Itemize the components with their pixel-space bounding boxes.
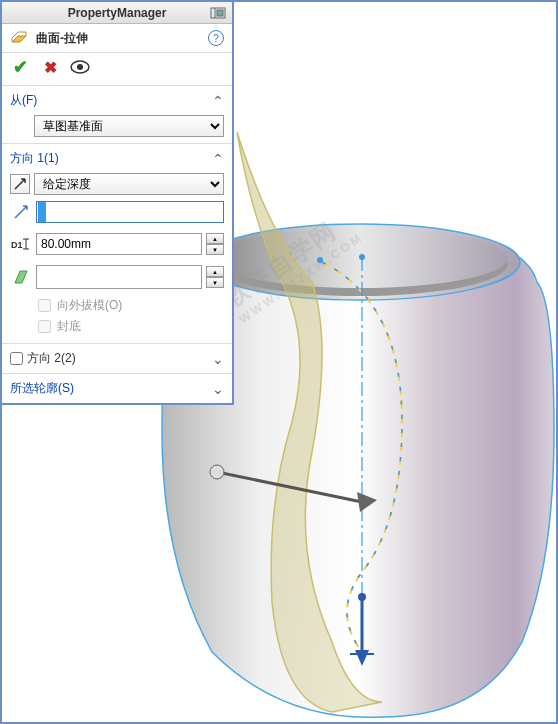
section-from-header[interactable]: 从(F) ⌃ — [10, 92, 224, 109]
cap-end-checkbox — [38, 320, 51, 333]
distance-spinner[interactable]: ▲ ▼ — [206, 233, 224, 255]
chevron-up-icon: ⌃ — [212, 151, 224, 167]
chevron-up-icon: ⌃ — [212, 93, 224, 109]
spinner-down-icon[interactable]: ▼ — [206, 277, 224, 288]
action-buttons: ✔ ✖ — [2, 53, 232, 86]
svg-point-11 — [358, 593, 366, 601]
section-direction1-title: 方向 1(1) — [10, 150, 59, 167]
cancel-button[interactable]: ✖ — [40, 57, 60, 77]
svg-point-4 — [317, 257, 323, 263]
draft-outward-checkbox — [38, 299, 51, 312]
section-from-title: 从(F) — [10, 92, 37, 109]
surface-extrude-icon — [10, 28, 30, 48]
draft-spinner[interactable]: ▲ ▼ — [206, 266, 224, 288]
section-direction1-header[interactable]: 方向 1(1) ⌃ — [10, 150, 224, 167]
draft-outward-checkbox-row: 向外拔模(O) — [10, 295, 224, 316]
pin-icon[interactable] — [210, 5, 226, 21]
direction-vector-icon — [10, 201, 32, 223]
spinner-up-icon[interactable]: ▲ — [206, 266, 224, 277]
feature-title: 曲面-拉伸 — [36, 30, 208, 47]
draft-icon — [10, 266, 32, 288]
section-direction1: 方向 1(1) ⌃ 给定深度 D1 — [2, 144, 232, 344]
end-condition-select[interactable]: 给定深度 — [34, 173, 224, 195]
direction-reference-field[interactable] — [36, 201, 224, 223]
panel-title: PropertyManager — [68, 6, 167, 20]
distance-icon: D1 — [10, 233, 32, 255]
draft-outward-label: 向外拔模(O) — [57, 297, 122, 314]
cap-end-label: 封底 — [57, 318, 81, 335]
cap-end-checkbox-row: 封底 — [10, 316, 224, 337]
direction2-enable-checkbox[interactable] — [10, 352, 23, 365]
svg-point-5 — [359, 254, 365, 260]
spinner-down-icon[interactable]: ▼ — [206, 244, 224, 255]
from-start-condition-select[interactable]: 草图基准面 — [34, 115, 224, 137]
section-contours-title: 所选轮廓(S) — [10, 380, 74, 397]
section-from: 从(F) ⌃ 草图基准面 — [2, 86, 232, 144]
feature-header: 曲面-拉伸 ? — [2, 24, 232, 53]
section-direction2: 方向 2(2) ⌄ — [2, 344, 232, 374]
section-direction2-title: 方向 2(2) — [27, 350, 76, 367]
spinner-up-icon[interactable]: ▲ — [206, 233, 224, 244]
eye-icon — [70, 60, 90, 74]
reverse-arrow-icon — [13, 177, 27, 191]
draft-angle-field[interactable] — [36, 265, 202, 289]
ok-button[interactable]: ✔ — [10, 57, 30, 77]
panel-title-bar: PropertyManager — [2, 2, 232, 24]
svg-rect-15 — [217, 10, 223, 16]
preview-button[interactable] — [70, 57, 90, 77]
distance-input[interactable] — [36, 233, 202, 255]
section-contours: 所选轮廓(S) ⌄ — [2, 374, 232, 403]
reverse-direction-button[interactable] — [10, 174, 30, 194]
svg-point-17 — [77, 64, 83, 70]
help-icon[interactable]: ? — [208, 30, 224, 46]
chevron-down-icon: ⌄ — [212, 381, 224, 397]
section-direction2-header[interactable]: 方向 2(2) ⌄ — [10, 350, 224, 367]
section-contours-header[interactable]: 所选轮廓(S) ⌄ — [10, 380, 224, 397]
chevron-down-icon: ⌄ — [212, 351, 224, 367]
svg-point-7 — [210, 465, 224, 479]
property-manager-panel: PropertyManager 曲面-拉伸 ? ✔ ✖ 从(F) ⌃ 草图基准面… — [2, 2, 234, 405]
svg-text:D1: D1 — [11, 240, 23, 250]
